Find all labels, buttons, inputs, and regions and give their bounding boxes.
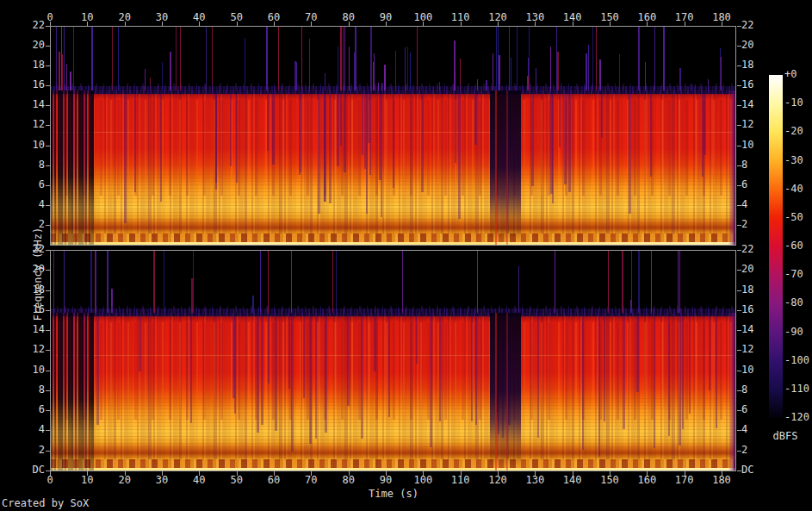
note-gap-column: [421, 90, 424, 192]
note-gap-column: [629, 90, 631, 214]
transient-spike: [61, 27, 62, 90]
colorbar-tick-label: -40: [784, 184, 803, 195]
freq-tick-label-right: 12: [741, 119, 753, 130]
time-tick-label-bottom: 50: [230, 475, 242, 486]
freq-tick-mark-left: [46, 451, 50, 452]
freq-tick-label-right: 2: [741, 219, 747, 230]
note-gap-column: [475, 313, 477, 425]
note-gap-column: [324, 90, 325, 202]
transient-spike: [107, 251, 108, 313]
transient-spike: [343, 27, 344, 90]
transient-spike: [296, 62, 297, 90]
note-gap-column: [366, 90, 368, 214]
freq-tick-mark-left: [46, 205, 50, 206]
spectrogram-content-channel-2: [51, 313, 735, 470]
time-tick-mark-top: [162, 22, 163, 26]
freq-tick-label-left: 18: [0, 59, 45, 71]
transient-spike: [111, 289, 113, 313]
transient-spike: [374, 53, 375, 90]
time-tick-label-bottom: 160: [637, 475, 656, 486]
colorbar-tick-label: -30: [784, 155, 803, 166]
note-gap-column: [474, 90, 477, 145]
time-tick-mark-top: [125, 22, 126, 26]
transient-spike: [695, 84, 696, 90]
transient-spike: [62, 54, 63, 90]
freq-tick-label-right: 20: [741, 264, 753, 275]
freq-tick-label-right: 16: [741, 79, 753, 90]
freq-tick-label-right: 14: [741, 99, 753, 110]
time-tick-label-bottom: 120: [488, 475, 507, 486]
transient-spike: [619, 54, 620, 90]
time-tick-mark-top: [50, 22, 51, 26]
note-gap-column: [455, 90, 456, 163]
section-overlay-quiet-break: [490, 313, 521, 470]
transient-spike: [417, 27, 418, 90]
note-gap-column: [388, 313, 390, 417]
transient-spike: [586, 53, 587, 90]
transient-spike: [509, 27, 510, 90]
freq-tick-mark-left: [46, 470, 50, 471]
colorbar-tick-label: -60: [784, 240, 803, 252]
time-tick-mark-bottom: [349, 471, 350, 476]
transient-spike: [439, 82, 440, 90]
note-gap-column: [458, 90, 461, 219]
freq-tick-mark-right: [737, 85, 741, 86]
freq-tick-label-left: 14: [0, 99, 45, 110]
freq-tick-label-right: 22: [741, 20, 753, 31]
note-gap-column: [369, 90, 371, 175]
freq-tick-label-left: 10: [0, 140, 45, 151]
transient-spike: [460, 59, 461, 90]
time-tick-mark-top: [498, 22, 499, 26]
time-tick-mark-top: [461, 22, 462, 26]
freq-tick-mark-right: [737, 65, 741, 66]
freq-tick-mark-left: [46, 371, 50, 371]
time-tick-label-bottom: 0: [46, 475, 53, 486]
time-tick-mark-bottom: [685, 471, 685, 476]
transient-spike: [153, 251, 155, 313]
time-tick-mark-bottom: [647, 471, 648, 476]
transient-spike: [73, 27, 74, 90]
freq-tick-mark-right: [737, 350, 741, 351]
freq-tick-label-right: 10: [741, 140, 753, 151]
note-gap-column: [704, 90, 706, 155]
note-gap-column: [379, 90, 381, 180]
transient-spike: [496, 27, 497, 90]
transient-spike: [95, 251, 96, 313]
transient-spike: [370, 27, 372, 90]
freq-tick-label-left: 20: [0, 40, 45, 51]
note-gap-column: [439, 313, 441, 421]
time-tick-label-bottom: 30: [156, 475, 168, 486]
note-gap-column: [689, 313, 691, 414]
freq-tick-mark-right: [737, 290, 741, 291]
transient-spike: [493, 53, 493, 90]
note-gap-column: [416, 313, 418, 364]
freq-tick-label-right: 2: [741, 445, 747, 456]
spectrogram-transient-spikes: [51, 251, 735, 313]
note-gap-column: [337, 90, 339, 166]
time-tick-mark-top: [274, 22, 275, 26]
transient-spike: [191, 278, 193, 313]
note-gap-column: [471, 313, 473, 421]
time-tick-label-bottom: 130: [525, 475, 544, 486]
transient-spike: [338, 47, 338, 90]
freq-tick-label-right: 16: [741, 304, 753, 315]
note-gap-column: [261, 313, 263, 425]
time-tick-mark-bottom: [535, 471, 536, 476]
time-tick-label-bottom: 20: [118, 475, 130, 486]
transient-spike: [395, 51, 396, 90]
freq-tick-mark-right: [737, 125, 741, 126]
transient-spike: [596, 27, 597, 90]
time-tick-mark-top: [647, 22, 648, 26]
freq-tick-label-right: 6: [741, 179, 747, 190]
transient-spike: [631, 251, 632, 313]
spectrogram-panel-channel-2: [50, 250, 736, 471]
time-tick-label-bottom: 90: [380, 475, 392, 486]
note-gap-column: [531, 90, 534, 186]
time-tick-mark-bottom: [423, 471, 424, 476]
transient-spike: [301, 27, 302, 90]
freq-tick-mark-right: [737, 26, 741, 27]
time-tick-mark-bottom: [461, 471, 462, 476]
transient-spike: [180, 27, 181, 90]
freq-tick-mark-right: [737, 410, 741, 411]
time-tick-label-bottom: 10: [81, 475, 93, 486]
